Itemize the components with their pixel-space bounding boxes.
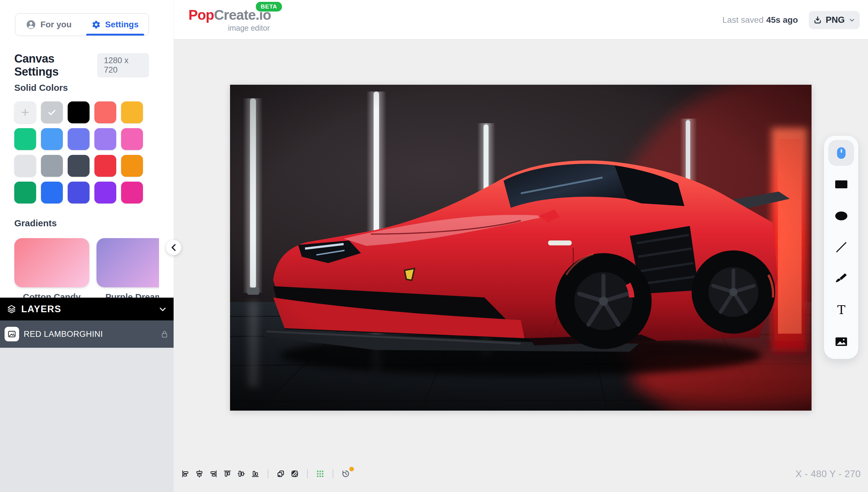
tool-line[interactable] — [828, 235, 854, 260]
download-icon — [813, 16, 822, 25]
last-saved-label: Last saved — [722, 15, 763, 25]
tab-settings[interactable]: Settings — [82, 14, 149, 35]
tab-settings-label: Settings — [105, 20, 138, 29]
tool-rectangle[interactable] — [828, 172, 854, 197]
app-logo: PopCreate.io image editor BETA — [188, 7, 271, 32]
tool-text[interactable]: T — [828, 297, 854, 323]
color-swatch-414a56[interactable] — [68, 155, 89, 177]
logo-pop: Pop — [188, 7, 214, 23]
align-left-icon — [182, 470, 189, 478]
align-bottom-icon — [251, 470, 259, 478]
tool-ellipse[interactable] — [828, 203, 854, 229]
pattern-icon — [291, 469, 299, 478]
toolbar-divider — [268, 469, 268, 478]
tool-select-mouse[interactable] — [828, 140, 854, 166]
align-middle-vertical-button[interactable] — [237, 470, 245, 478]
bottom-toolbar — [182, 466, 350, 482]
color-swatch-fa6a66[interactable] — [95, 101, 116, 123]
left-sidebar: For you Settings Canvas Settings 1280 x … — [0, 0, 174, 492]
pointer-coordinates: X - 480 Y - 270 — [795, 469, 861, 479]
color-swatch-f364b7[interactable] — [121, 128, 143, 150]
color-swatch-16c886[interactable] — [14, 128, 36, 150]
history-icon — [342, 469, 350, 478]
color-swatch-e2e4e8[interactable] — [14, 155, 36, 177]
canvas-artwork — [230, 85, 812, 411]
gradient-card-cotton-candy[interactable] — [14, 238, 89, 287]
layer-name: RED LAMBORGHINI — [24, 329, 160, 339]
color-swatch-4b4ee2[interactable] — [68, 181, 89, 203]
export-png-button[interactable]: PNG — [809, 11, 860, 29]
layers-panel-empty-area — [0, 348, 174, 492]
lock-icon[interactable] — [160, 329, 169, 339]
tab-for-you-label: For you — [41, 20, 72, 29]
mouse-cursor-tool-icon — [835, 146, 848, 160]
color-swatch-f8b62d[interactable] — [121, 101, 143, 123]
brush-tool-icon — [835, 272, 848, 286]
canvas-settings-header: Canvas Settings 1280 x 720 — [14, 52, 149, 78]
line-tool-icon — [835, 241, 847, 253]
align-right-icon — [209, 470, 217, 478]
chevron-down-icon[interactable] — [158, 305, 167, 314]
toolbar-divider — [307, 469, 308, 478]
layer-row-red-lamborghini[interactable]: RED LAMBORGHINI — [0, 320, 174, 348]
layers-panel: LAYERS RED LAMBORGHINI — [0, 298, 174, 492]
grid-toggle-button[interactable] — [316, 470, 324, 478]
canvas-image-red-lamborghini[interactable] — [230, 85, 812, 411]
color-swatch-2a70f3[interactable] — [41, 181, 63, 203]
color-swatch-4c9df5[interactable] — [41, 128, 63, 150]
tab-for-you[interactable]: For you — [16, 14, 82, 35]
logo-subtitle: image editor — [228, 24, 270, 32]
export-png-label: PNG — [826, 15, 845, 25]
color-swatch-6e7bf0[interactable] — [68, 128, 89, 150]
align-bottom-button[interactable] — [251, 470, 259, 478]
sidebar-collapse-button[interactable] — [166, 240, 181, 255]
sidebar-tabs: For you Settings — [15, 13, 149, 36]
layers-icon — [7, 304, 17, 314]
chevron-left-icon — [170, 244, 177, 251]
color-swatch-8a33f0[interactable] — [95, 181, 116, 203]
color-swatch-f29313[interactable] — [121, 155, 143, 177]
color-swatch-0ca365[interactable] — [14, 181, 36, 203]
align-center-horizontal-icon — [195, 470, 203, 478]
chevron-down-icon — [848, 17, 856, 24]
text-tool-icon: T — [835, 304, 848, 317]
add-color-swatch[interactable] — [14, 101, 36, 123]
color-swatch-000000[interactable] — [68, 101, 89, 123]
plus-icon — [21, 108, 30, 117]
selected-color-swatch[interactable] — [41, 101, 63, 123]
ellipse-tool-icon — [835, 209, 848, 223]
top-bar-right: Last saved 45s ago PNG — [722, 0, 860, 40]
duplicate-button[interactable] — [277, 470, 285, 478]
toolbar-divider — [333, 469, 333, 478]
check-icon — [47, 107, 57, 118]
color-swatch-99a1ab[interactable] — [41, 155, 63, 177]
duplicate-icon — [277, 469, 285, 478]
tool-image[interactable] — [828, 329, 854, 355]
image-icon — [7, 329, 17, 339]
pattern-button[interactable] — [291, 470, 299, 478]
gradient-card-purple-dream[interactable] — [97, 238, 159, 287]
gear-icon — [91, 20, 101, 29]
align-center-horizontal-button[interactable] — [195, 470, 203, 478]
align-right-button[interactable] — [209, 470, 217, 478]
align-top-icon — [223, 470, 231, 478]
last-saved-value: 45s ago — [766, 15, 798, 25]
layers-panel-header[interactable]: LAYERS — [0, 298, 174, 320]
color-swatch-ee3440[interactable] — [95, 155, 116, 177]
color-swatch-9d7cf2[interactable] — [95, 128, 116, 150]
color-swatch-e92b98[interactable] — [121, 181, 143, 203]
image-tool-icon — [835, 335, 848, 348]
gradients-title: Gradients — [14, 218, 57, 228]
align-top-button[interactable] — [223, 470, 231, 478]
tool-brush[interactable] — [828, 266, 854, 292]
align-middle-vertical-icon — [237, 470, 245, 478]
beta-badge: BETA — [256, 2, 282, 11]
align-left-button[interactable] — [182, 470, 189, 478]
layer-thumbnail — [4, 327, 19, 341]
rectangle-tool-icon — [835, 178, 848, 191]
top-bar: PopCreate.io image editor BETA Last save… — [174, 0, 868, 40]
canvas-size-badge: 1280 x 720 — [97, 53, 149, 77]
canvas-settings-title: Canvas Settings — [14, 52, 97, 78]
editor-stage: T — [174, 40, 868, 492]
history-button[interactable] — [342, 470, 350, 478]
